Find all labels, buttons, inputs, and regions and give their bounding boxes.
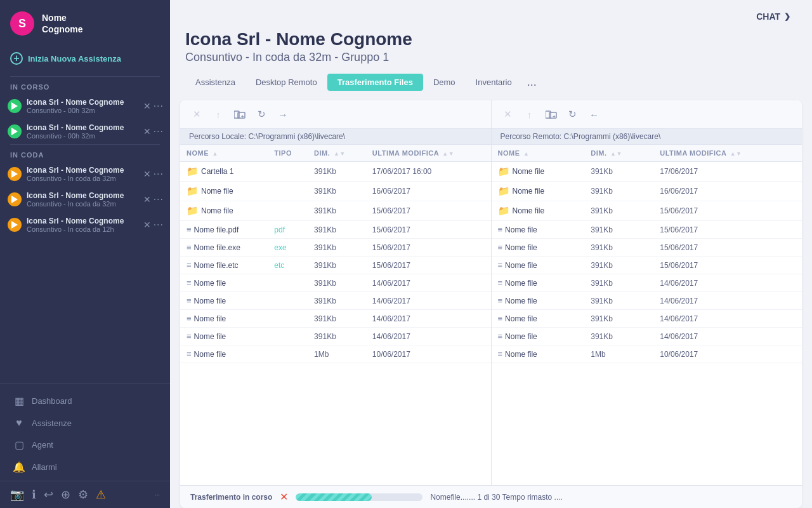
table-row[interactable]: ≡Nome file 391Kb 14/06/2017 [180,274,491,292]
new-assistance-label: Inizia Nuova Assistenza [28,54,121,64]
tab-assistenza[interactable]: Assistenza [185,74,246,91]
more-icon[interactable]: ··· [154,168,164,180]
add-icon[interactable]: ⊕ [61,488,70,502]
table-row[interactable]: ≡Nome file.exe exe 391Kb 15/06/2017 [180,239,491,257]
more-icon[interactable]: ··· [154,126,164,137]
camera-icon[interactable]: 📷 [10,488,24,502]
table-row[interactable]: 📁Cartella 1 391Kb 17/06/2017 16:00 [180,162,491,182]
table-row[interactable]: ≡Nome file 391Kb 15/06/2017 [492,239,802,257]
table-row[interactable]: ≡Nome file.pdf pdf 391Kb 15/06/2017 [180,221,491,239]
info-icon[interactable]: ℹ [32,488,36,502]
session-info: Icona Srl - Nome Cognome Consuntivo - 00… [27,123,138,140]
folder-icon: 📁 [498,166,510,177]
back-icon[interactable]: ↩ [44,488,53,502]
table-row[interactable]: ≡Nome file.etc etc 391Kb 15/06/2017 [180,257,491,274]
session-actions: ✕ ··· [143,100,164,112]
list-item[interactable]: Icona Srl - Nome Cognome Consuntivo - 00… [0,119,170,144]
delete-icon[interactable]: ✕ [499,105,517,123]
list-item[interactable]: Icona Srl - Nome Cognome Consuntivo - In… [0,212,170,237]
progress-bar [296,493,422,501]
table-row[interactable]: 📁Nome file 391Kb 16/06/2017 [180,182,491,201]
settings-icon[interactable]: ⚙ [78,488,88,502]
file-dim: 391Kb [308,162,366,182]
new-folder-icon[interactable]: + [231,105,249,123]
table-row[interactable]: ≡Nome file 391Kb 14/06/2017 [492,292,802,310]
file-dim: 391Kb [584,201,653,221]
table-row[interactable]: ≡Nome file 391Kb 14/06/2017 [492,310,802,328]
col-ultima-modifica[interactable]: ULTIMA MODIFICA ▲▼ [653,145,802,162]
nav-allarmi[interactable]: 🔔 Allarmi [0,456,170,478]
play-icon [8,124,22,138]
arrow-right-icon[interactable]: → [274,105,292,123]
footer-more[interactable]: ··· [155,491,160,498]
more-icon[interactable]: ··· [154,100,164,112]
file-date: 16/06/2017 [653,182,802,201]
close-icon[interactable]: ✕ [143,126,151,137]
close-icon[interactable]: ✕ [143,194,151,204]
session-title: Icona Srl - Nome Cognome [27,191,138,200]
list-item[interactable]: Icona Srl - Nome Cognome Consuntivo - In… [0,187,170,212]
file-name: Nome file [201,187,233,196]
svg-marker-3 [11,196,18,203]
table-row[interactable]: ≡Nome file 391Kb 14/06/2017 [180,292,491,310]
warning-icon[interactable]: ⚠ [96,488,106,502]
tab-trasferimento-files[interactable]: Trasferimento Files [327,74,423,91]
table-row[interactable]: ≡Nome file 391Kb 15/06/2017 [492,221,802,239]
table-row[interactable]: ≡Nome file 1Mb 10/06/2017 [180,345,491,363]
file-dim: 391Kb [308,182,366,201]
list-item[interactable]: Icona Srl - Nome Cognome Consuntivo - 00… [0,93,170,119]
file-name: Nome file [194,332,226,341]
col-dim[interactable]: DIM. ▲▼ [308,145,366,162]
upload-icon[interactable]: ↑ [209,105,227,123]
upload-icon[interactable]: ↑ [521,105,539,123]
nav-assistenze-label: Assistenze [32,418,72,428]
new-folder-icon[interactable]: + [542,105,560,123]
nav-dashboard[interactable]: ▦ Dashboard [0,390,170,412]
table-row[interactable]: ≡Nome file 1Mb 10/06/2017 [492,345,802,363]
new-assistance-button[interactable]: + Inizia Nuova Assistenza [10,48,160,69]
col-nome[interactable]: NOME ▲ [492,145,585,162]
arrow-left-icon[interactable]: ← [586,105,603,123]
tab-more[interactable]: ... [522,73,542,91]
more-icon[interactable]: ··· [154,194,164,205]
list-item[interactable]: Icona Srl - Nome Cognome Consuntivo - In… [0,161,170,187]
col-nome[interactable]: NOME ▲ [180,145,268,162]
table-row[interactable]: 📁Nome file 391Kb 17/06/2017 [492,162,802,182]
refresh-icon[interactable]: ↻ [564,105,582,123]
session-actions: ✕ ··· [143,168,164,180]
file-dim: 391Kb [584,328,653,345]
table-row[interactable]: ≡Nome file 391Kb 15/06/2017 [492,257,802,274]
nav-agent[interactable]: ▢ Agent [0,434,170,456]
refresh-icon[interactable]: ↻ [252,105,270,123]
file-tipo: etc [268,257,308,274]
tab-demo[interactable]: Demo [423,74,466,91]
file-name: Nome file [505,314,537,323]
file-name: Nome file [505,279,537,288]
tab-desktop-remoto[interactable]: Desktop Remoto [246,74,327,91]
chat-button[interactable]: CHAT ❯ [750,6,797,27]
cancel-transfer-icon[interactable]: ✕ [280,491,288,503]
table-row[interactable]: ≡Nome file 391Kb 14/06/2017 [492,328,802,345]
table-row[interactable]: 📁Nome file 391Kb 15/06/2017 [492,201,802,221]
more-icon[interactable]: ··· [154,219,164,231]
table-row[interactable]: 📁Nome file 391Kb 15/06/2017 [180,201,491,221]
close-icon[interactable]: ✕ [143,169,151,179]
table-row[interactable]: ≡Nome file 391Kb 14/06/2017 [180,328,491,345]
svg-text:+: + [241,114,244,119]
col-tipo[interactable]: TIPO [268,145,308,162]
queue-play-icon [8,218,22,232]
file-date: 14/06/2017 [653,292,802,310]
table-row[interactable]: 📁Nome file 391Kb 16/06/2017 [492,182,802,201]
table-row[interactable]: ≡Nome file 391Kb 14/06/2017 [180,310,491,328]
close-icon[interactable]: ✕ [143,101,151,111]
close-icon[interactable]: ✕ [143,220,151,230]
folder-icon: 📁 [498,185,510,197]
col-ultima-modifica[interactable]: ULTIMA MODIFICA ▲▼ [366,145,491,162]
tab-inventario[interactable]: Inventario [466,74,522,91]
table-row[interactable]: ≡Nome file 391Kb 14/06/2017 [492,274,802,292]
nav-assistenze[interactable]: ♥ Assistenze [0,412,170,434]
file-tipo [268,292,308,310]
delete-icon[interactable]: ✕ [188,105,206,123]
file-tipo: exe [268,239,308,257]
col-dim[interactable]: DIM. ▲▼ [584,145,653,162]
